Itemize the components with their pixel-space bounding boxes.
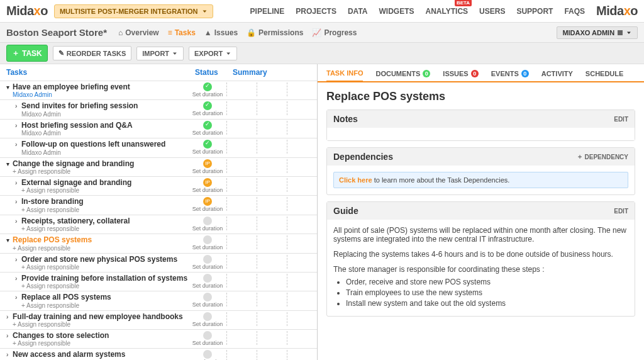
status-icon[interactable] <box>203 274 212 283</box>
expand-toggle[interactable]: › <box>15 198 21 205</box>
status-icon[interactable] <box>203 101 212 110</box>
expand-toggle[interactable]: › <box>15 103 21 110</box>
status-icon[interactable] <box>203 293 212 301</box>
task-row[interactable]: ›In-store branding+ Assign responsibleIP… <box>0 195 317 214</box>
task-assignee[interactable]: + Assign responsible <box>21 206 189 213</box>
dependencies-learn-link[interactable]: Click here <box>339 176 372 184</box>
detail-tab-documents[interactable]: DOCUMENTS0 <box>375 69 430 81</box>
notes-content[interactable] <box>327 128 635 140</box>
status-icon[interactable]: IP <box>203 178 212 187</box>
task-assignee[interactable]: + Assign responsible <box>13 340 189 347</box>
task-assignee[interactable]: Midaxo Admin <box>21 130 189 137</box>
status-icon[interactable] <box>203 312 212 321</box>
task-row[interactable]: ▾Replace POS systems+ Assign responsible… <box>0 233 317 252</box>
task-row[interactable]: ›Host briefing session and Q&AMidaxo Adm… <box>0 119 317 138</box>
set-duration[interactable]: Set duration <box>192 91 223 98</box>
add-dependency-button[interactable]: ＋DEPENDENCY <box>577 152 628 161</box>
set-duration[interactable]: Set duration <box>192 340 223 346</box>
expand-toggle[interactable]: › <box>6 351 13 358</box>
detail-tab-activity[interactable]: ACTIVITY <box>541 69 573 81</box>
set-duration[interactable]: Set duration <box>192 168 223 174</box>
task-row[interactable]: ›Provide training before installation of… <box>0 272 317 291</box>
task-assignee[interactable]: + Assign responsible <box>21 225 189 232</box>
add-task-button[interactable]: ＋TASK <box>6 45 48 62</box>
col-summary[interactable]: Summary <box>233 68 311 77</box>
reorder-tasks-button[interactable]: ✎REORDER TASKS <box>53 46 132 60</box>
set-duration[interactable]: Set duration <box>192 264 223 270</box>
task-assignee[interactable]: Midaxo Admin <box>21 149 189 156</box>
project-selector[interactable]: MULTISITE POST-MERGER INTEGRATION▼ <box>54 4 214 18</box>
user-menu[interactable]: MIDAXO ADMIN▼ <box>557 26 638 39</box>
expand-toggle[interactable]: › <box>15 275 21 282</box>
task-assignee[interactable]: + Assign responsible <box>21 283 189 290</box>
task-assignee[interactable]: + Assign responsible <box>13 168 189 175</box>
tab-progress[interactable]: 📈Progress <box>312 28 357 37</box>
tab-issues[interactable]: ▲Issues <box>204 28 238 37</box>
nav-widgets[interactable]: WIDGETS <box>379 7 414 16</box>
task-assignee[interactable]: + Assign responsible <box>21 264 189 271</box>
nav-support[interactable]: SUPPORT <box>516 7 553 16</box>
set-duration[interactable]: Set duration <box>192 225 223 232</box>
set-duration[interactable]: Set duration <box>192 130 223 136</box>
detail-tab-task-info[interactable]: TASK INFO <box>326 69 363 82</box>
guide-edit-button[interactable]: EDIT <box>614 208 628 215</box>
export-button[interactable]: EXPORT▼ <box>189 47 237 60</box>
status-icon[interactable] <box>203 121 212 130</box>
tab-overview[interactable]: ⌂Overview <box>118 28 159 37</box>
expand-toggle[interactable]: ▾ <box>6 84 13 91</box>
task-row[interactable]: ›Changes to store selection+ Assign resp… <box>0 329 317 348</box>
expand-toggle[interactable]: › <box>15 256 21 263</box>
task-row[interactable]: ›Send invites for briefing sessionMidaxo… <box>0 99 317 118</box>
col-status[interactable]: Status <box>195 68 233 77</box>
set-duration[interactable]: Set duration <box>192 110 223 116</box>
task-row[interactable]: ›Receipts, stationery, collateral+ Assig… <box>0 215 317 233</box>
expand-toggle[interactable]: › <box>6 332 13 339</box>
task-assignee[interactable]: Midaxo Admin <box>21 111 189 118</box>
expand-toggle[interactable]: › <box>15 141 21 148</box>
tab-permissions[interactable]: 🔒Permissions <box>247 28 303 37</box>
detail-tab-schedule[interactable]: SCHEDULE <box>586 69 624 81</box>
status-icon[interactable] <box>203 235 212 244</box>
col-tasks[interactable]: Tasks <box>6 68 195 77</box>
detail-tab-issues[interactable]: ISSUES0 <box>443 69 478 81</box>
expand-toggle[interactable]: › <box>15 294 21 301</box>
task-row[interactable]: ›New access and alarm systems+ Assign re… <box>0 348 317 360</box>
task-row[interactable]: ›Replace all POS systems+ Assign respons… <box>0 291 317 310</box>
status-icon[interactable] <box>203 331 212 340</box>
nav-users[interactable]: USERS <box>479 7 505 16</box>
set-duration[interactable]: Set duration <box>192 187 223 193</box>
import-button[interactable]: IMPORT▼ <box>136 47 184 60</box>
nav-data[interactable]: DATA <box>348 7 368 16</box>
task-assignee[interactable]: Midaxo Admin <box>13 91 189 98</box>
nav-projects[interactable]: PROJECTS <box>296 7 336 16</box>
set-duration[interactable]: Set duration <box>192 149 223 155</box>
status-icon[interactable] <box>203 82 212 91</box>
task-row[interactable]: ▾Change the signage and branding+ Assign… <box>0 157 317 176</box>
status-icon[interactable] <box>203 255 212 264</box>
task-row[interactable]: ›Full-day training and new employee hand… <box>0 310 317 329</box>
set-duration[interactable]: Set duration <box>192 283 223 289</box>
tab-tasks[interactable]: ≡Tasks <box>168 28 196 37</box>
expand-toggle[interactable]: › <box>15 218 21 225</box>
nav-analytics[interactable]: ANALYTICSBETA <box>425 7 468 16</box>
task-assignee[interactable]: + Assign responsible <box>13 245 189 252</box>
expand-toggle[interactable]: ▾ <box>6 237 13 244</box>
expand-toggle[interactable]: › <box>15 122 21 129</box>
task-row[interactable]: ▾Have an employee briefing eventMidaxo A… <box>0 81 317 99</box>
task-row[interactable]: ›External signage and branding+ Assign r… <box>0 176 317 195</box>
expand-toggle[interactable]: ▾ <box>6 160 13 167</box>
status-icon[interactable] <box>203 140 212 149</box>
expand-toggle[interactable]: › <box>6 313 13 320</box>
set-duration[interactable]: Set duration <box>192 244 223 250</box>
task-row[interactable]: ›Order and store new physical POS system… <box>0 253 317 272</box>
status-icon[interactable]: IP <box>203 159 212 168</box>
task-assignee[interactable]: + Assign responsible <box>13 321 189 328</box>
set-duration[interactable]: Set duration <box>192 301 223 308</box>
status-icon[interactable] <box>203 217 212 225</box>
set-duration[interactable]: Set duration <box>192 321 223 327</box>
set-duration[interactable]: Set duration <box>192 206 223 212</box>
status-icon[interactable]: IP <box>203 197 212 206</box>
task-assignee[interactable]: + Assign responsible <box>21 187 189 194</box>
expand-toggle[interactable]: › <box>15 179 21 186</box>
task-assignee[interactable]: + Assign responsible <box>21 302 189 309</box>
